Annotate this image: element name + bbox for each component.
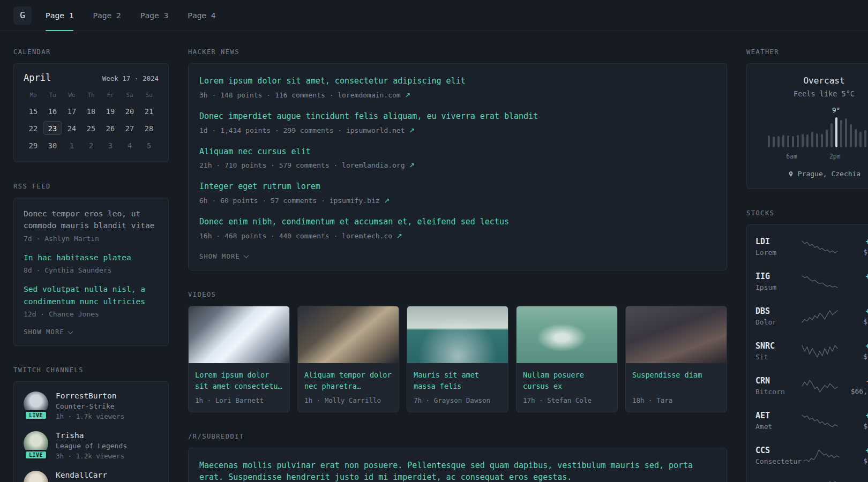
twitch-channel-row: LIVE ForrestBurton Counter-Strike 1h · 1… xyxy=(24,391,159,420)
video-card[interactable]: Aliquam tempor dolor nec pharetra… 1h · … xyxy=(297,306,399,412)
calendar-day[interactable]: 25 xyxy=(81,121,101,135)
rss-item-title[interactable]: In hac habitasse platea xyxy=(24,252,159,263)
rss-show-more-button[interactable]: SHOW MORE xyxy=(24,328,72,336)
calendar-day[interactable]: 5 xyxy=(139,138,159,152)
avatar[interactable] xyxy=(24,471,48,482)
weather-hour-bar xyxy=(864,130,866,147)
calendar-day[interactable]: 21 xyxy=(139,104,159,118)
tab-page-1[interactable]: Page 1 xyxy=(46,0,73,31)
calendar-day[interactable]: 28 xyxy=(139,121,159,135)
calendar-day[interactable]: 2 xyxy=(81,138,101,152)
rss-item-title[interactable]: Donec tempor eros leo, ut commodo mauris… xyxy=(24,208,159,232)
calendar-day[interactable]: 26 xyxy=(101,121,120,135)
video-meta: 1h · Lori Barnett xyxy=(195,396,283,404)
weather-peak-temp: 9° xyxy=(832,106,840,114)
twitch-channel-name[interactable]: KendallCarr xyxy=(56,471,107,479)
video-card[interactable]: Lorem ipsum dolor sit amet consectetu… 1… xyxy=(188,306,290,412)
video-meta: 18h · Tara xyxy=(632,396,720,404)
calendar-week-year-label: Week 17 · 2024 xyxy=(102,74,159,82)
video-title[interactable]: Nullam posuere cursus ex xyxy=(523,370,611,392)
rss-item: In hac habitasse platea 8d · Cynthia Sau… xyxy=(24,252,159,274)
stock-row[interactable]: LDI Lorem +4.35% $795.18 xyxy=(755,229,868,264)
external-link-icon[interactable]: ↗ xyxy=(409,161,415,169)
calendar-day[interactable]: 29 xyxy=(24,138,43,152)
tab-page-2[interactable]: Page 2 xyxy=(93,0,121,31)
video-title[interactable]: Mauris sit amet massa felis xyxy=(414,370,502,392)
calendar-day[interactable]: 15 xyxy=(24,104,43,118)
video-thumbnail[interactable] xyxy=(517,306,617,363)
hn-meta-text: 1d · 1,414 points · 299 comments · xyxy=(199,126,342,134)
video-thumbnail[interactable] xyxy=(407,306,508,363)
hn-item-domain[interactable]: ipsumworld.net xyxy=(346,126,405,134)
rss-widget: Donec tempor eros leo, ut commodo mauris… xyxy=(13,198,169,346)
calendar-day[interactable]: 18 xyxy=(81,104,101,118)
stock-row[interactable]: IIG Ipsum +2.84% $42.04 xyxy=(755,264,868,299)
hn-item-domain[interactable]: loremtech.co xyxy=(342,232,392,240)
video-thumbnail[interactable] xyxy=(189,306,289,363)
video-thumbnail[interactable] xyxy=(298,306,399,363)
weather-hour-bar: 9° xyxy=(835,117,837,147)
calendar-day[interactable]: 27 xyxy=(120,121,139,135)
app-logo[interactable]: G xyxy=(13,6,32,25)
weather-section: WEATHER Overcast Feels like 5°C 9° 6am 2… xyxy=(746,48,868,189)
video-title[interactable]: Suspendisse diam xyxy=(632,370,720,392)
video-card[interactable]: Mauris sit amet massa felis 7h · Grayson… xyxy=(407,306,508,412)
external-link-icon[interactable]: ↗ xyxy=(396,232,402,240)
weather-time-label: 2pm xyxy=(829,153,841,160)
video-card[interactable]: Nullam posuere cursus ex 17h · Stefan Co… xyxy=(516,306,618,412)
stock-name: Consectetur xyxy=(755,457,802,465)
stock-row[interactable]: DBS Dolor +1.42% $156.28 xyxy=(755,299,868,334)
hn-item-title[interactable]: Donec imperdiet augue tincidunt felis al… xyxy=(199,111,716,123)
stock-row[interactable]: CCS Consectetur +0.51% $165.84 xyxy=(755,438,868,473)
external-link-icon[interactable]: ↗ xyxy=(384,197,390,205)
weather-hour-bar xyxy=(773,137,775,147)
calendar-day[interactable]: 17 xyxy=(62,104,81,118)
video-title[interactable]: Aliquam tempor dolor nec pharetra… xyxy=(304,370,392,392)
video-thumbnail[interactable] xyxy=(626,306,727,363)
calendar-day[interactable]: 16 xyxy=(43,104,62,118)
calendar-day[interactable]: 23 xyxy=(43,121,62,135)
hn-show-more-button[interactable]: SHOW MORE xyxy=(199,253,248,260)
video-title[interactable]: Lorem ipsum dolor sit amet consectetu… xyxy=(195,370,283,392)
calendar-weekday-row: Mo Tu We Th Fr Sa Su xyxy=(24,92,159,99)
twitch-channel-meta: 1h · 1.7k viewers xyxy=(56,412,124,420)
weekday-label: We xyxy=(62,92,81,99)
hn-item-domain[interactable]: loremdomain.com xyxy=(338,91,400,99)
calendar-day[interactable]: 4 xyxy=(120,138,139,152)
stock-row[interactable]: AET Amet +0.92% $499.72 xyxy=(755,403,868,438)
external-link-icon[interactable]: ↗ xyxy=(405,91,411,99)
calendar-day[interactable]: 30 xyxy=(43,138,62,152)
weather-feels-like: Feels like 5°C xyxy=(757,89,868,98)
calendar-day[interactable]: 20 xyxy=(120,104,139,118)
subreddit-widget: Maecenas mollis pulvinar erat non posuer… xyxy=(188,448,727,482)
hn-item-domain[interactable]: loremlandia.org xyxy=(342,161,405,169)
show-more-label: SHOW MORE xyxy=(199,253,240,260)
stock-row[interactable]: SNRC Sit +1.36% $148.64 xyxy=(755,334,868,368)
hn-item-title[interactable]: Donec enim nibh, condimentum et accumsan… xyxy=(199,216,716,228)
stock-price: $148.64 xyxy=(840,352,868,360)
stock-row[interactable]: CRN Bitcorn -1.00% $66,171.48 xyxy=(755,368,868,403)
video-card[interactable]: Suspendisse diam 18h · Tara xyxy=(625,306,727,412)
subreddit-section: /R/SUBREDDIT Maecenas mollis pulvinar er… xyxy=(188,433,727,482)
calendar-day[interactable]: 1 xyxy=(62,138,81,152)
external-link-icon[interactable]: ↗ xyxy=(409,126,415,134)
calendar-day[interactable]: 3 xyxy=(101,138,120,152)
stock-row[interactable]: AHS +0.46% xyxy=(755,473,868,482)
twitch-channel-name[interactable]: ForrestBurton xyxy=(56,391,124,400)
rss-item-title[interactable]: Sed volutpat nulla nisl, a condimentum n… xyxy=(24,283,159,307)
videos-section: VIDEOS Lorem ipsum dolor sit amet consec… xyxy=(188,291,727,412)
hn-item-title[interactable]: Lorem ipsum dolor sit amet, consectetur … xyxy=(199,76,716,87)
calendar-day[interactable]: 19 xyxy=(101,104,120,118)
tab-page-4[interactable]: Page 4 xyxy=(188,0,215,31)
video-meta: 1h · Molly Carrillo xyxy=(304,396,392,404)
subreddit-post-title[interactable]: Maecenas mollis pulvinar erat non posuer… xyxy=(199,460,716,482)
hn-item-title[interactable]: Aliquam nec cursus elit xyxy=(199,146,716,158)
stock-name: Dolor xyxy=(755,318,800,326)
calendar-day[interactable]: 22 xyxy=(24,121,43,135)
hn-item-title[interactable]: Integer eget rutrum lorem xyxy=(199,181,716,193)
hn-item-domain[interactable]: ipsumify.biz xyxy=(330,197,380,205)
calendar-day[interactable]: 24 xyxy=(62,121,81,135)
twitch-channel-name[interactable]: Trisha xyxy=(56,431,127,440)
tab-page-3[interactable]: Page 3 xyxy=(140,0,168,31)
weather-hour-bar xyxy=(816,133,818,147)
